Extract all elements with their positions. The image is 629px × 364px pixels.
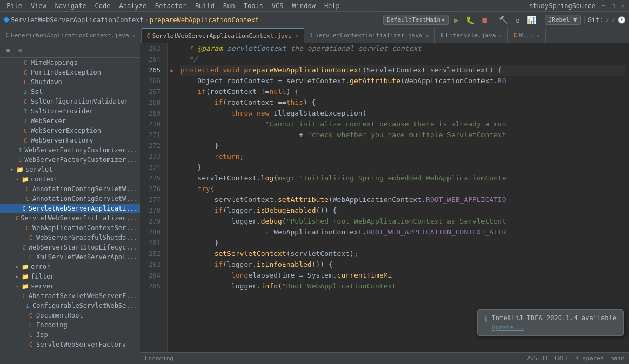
tree-item-abstract-servlet[interactable]: C AbstractServletWebServerF... xyxy=(0,291,140,301)
tree-item-filter-folder[interactable]: ▶ 📁 filter xyxy=(0,272,140,281)
tab-servlet-web-app-context[interactable]: C ServletWebServerApplicationContext.jav… xyxy=(142,28,304,43)
breadcrumb-method[interactable]: prepareWebApplicationContext xyxy=(150,16,259,24)
tree-label-shutdown: Shutdown xyxy=(31,78,62,86)
menu-build[interactable]: Build xyxy=(191,1,219,11)
class-icon-doc-root: C xyxy=(27,312,35,319)
tab-generic-web-app-context[interactable]: C GenericWebApplicationContext.java ✕ xyxy=(0,28,142,43)
run-button[interactable]: ▶ xyxy=(451,14,463,26)
tree-item-ssl-config[interactable]: C SslConfigurationValidator xyxy=(0,97,140,106)
tree-item-servlet-folder[interactable]: ▾ 📁 servlet xyxy=(0,165,140,174)
jrebel-button[interactable]: JRebel ▼ xyxy=(545,15,581,25)
tab-servlet-context-initializer[interactable]: I ServletContextInitializer.java ✕ xyxy=(304,28,435,43)
menu-view[interactable]: View xyxy=(26,1,51,11)
tab-close-init[interactable]: ✕ xyxy=(426,32,429,38)
maximize-button[interactable]: □ xyxy=(610,2,617,10)
tree-item-anno-config2[interactable]: C AnnotationConfigServletW... xyxy=(0,194,140,204)
tree-item-servlet-init[interactable]: C ServletWebServerInitializer... xyxy=(0,213,140,223)
tree-item-servlet-factory[interactable]: C ServletWebServerFactory xyxy=(0,340,140,349)
tree-item-ws-exception[interactable]: C WebServerException xyxy=(0,126,140,136)
tree-item-webserver[interactable]: I WebServer xyxy=(0,116,140,126)
close-button[interactable]: ✕ xyxy=(619,2,627,10)
run-config-dropdown[interactable]: DefaultTestMain ▼ xyxy=(383,15,449,25)
tab-w[interactable]: C W... ✕ xyxy=(508,28,546,43)
reload-button[interactable]: ↺ xyxy=(512,14,524,26)
sidebar-settings-btn[interactable]: ⚙ xyxy=(15,45,25,55)
code-line-263: * @param servletContext the operational … xyxy=(180,43,625,54)
code-comment-264: */ xyxy=(180,54,197,65)
tree-item-start-stop[interactable]: C WebServerStartStopLifecyc... xyxy=(0,242,140,252)
profile-button[interactable]: 📊 xyxy=(526,14,538,26)
gutter-267 xyxy=(168,86,176,97)
git-check2[interactable]: ✓ xyxy=(612,16,615,24)
tree-item-context-folder[interactable]: ▾ 📁 context xyxy=(0,174,140,184)
tree-item-ssl-store[interactable]: I SslStoreProvider xyxy=(0,106,140,116)
menu-code[interactable]: Code xyxy=(91,1,115,11)
tree-item-graceful-shutdown[interactable]: C WebServerGracefulShutdo... xyxy=(0,233,140,242)
gutter-274 xyxy=(168,162,176,173)
menu-run[interactable]: Run xyxy=(219,1,239,11)
menu-help[interactable]: Help xyxy=(320,1,344,11)
tree-item-xml-servlet[interactable]: C XmlServletWebServerAppl... xyxy=(0,252,140,262)
stop-button[interactable]: ■ xyxy=(479,14,491,26)
status-indent[interactable]: 4 spaces xyxy=(576,355,604,362)
tree-item-config-servlet[interactable]: I ConfigurableServletWebSe... xyxy=(0,301,140,311)
status-encoding[interactable]: Encoding xyxy=(145,355,173,362)
tree-item-error-folder[interactable]: ▶ 📁 error xyxy=(0,262,140,272)
sidebar-close-btn[interactable]: ─ xyxy=(27,45,37,55)
build-button[interactable]: 🔨 xyxy=(498,14,510,26)
status-line-col[interactable]: 265:31 xyxy=(526,355,548,362)
tree-item-wsfactory-cust2[interactable]: C WebServerFactoryCustomizer... xyxy=(0,155,140,165)
line-num-267: 267 xyxy=(140,86,164,97)
git-info: Git: ✓ ✓ 🕐 xyxy=(588,16,626,24)
tree-item-ssl[interactable]: I Ssl xyxy=(0,87,140,97)
tree-item-jsp[interactable]: C Jsp xyxy=(0,330,140,340)
tab-close-w[interactable]: ✕ xyxy=(537,32,540,38)
tree-item-ws-factory[interactable]: C WebServerFactory xyxy=(0,136,140,145)
tree-item-wsfactory-cust1[interactable]: I WebServerFactoryCustomizer... xyxy=(0,145,140,155)
tree-item-web-app-ctx[interactable]: C WebApplicationContextSer... xyxy=(0,223,140,233)
line-num-285: 285 xyxy=(140,281,164,292)
tabs-bar: C GenericWebApplicationContext.java ✕ C … xyxy=(0,28,629,43)
status-git[interactable]: main xyxy=(611,355,625,362)
tree-item-shutdown[interactable]: E Shutdown xyxy=(0,77,140,87)
tab-close-generic[interactable]: ✕ xyxy=(132,32,136,38)
menu-refactor[interactable]: Refactor xyxy=(151,1,191,11)
menu-navigate[interactable]: Navigate xyxy=(51,1,91,11)
tab-close-servlet[interactable]: ✕ xyxy=(295,33,298,39)
folder-icon-filter: 📁 xyxy=(22,273,29,280)
sidebar: ≡ ⚙ ─ C MimeMappings C PortInUseExceptio… xyxy=(0,43,140,364)
git-check1[interactable]: ✓ xyxy=(606,16,610,24)
tree-label-ws-exception: WebServerException xyxy=(31,127,101,134)
tree-label-start-stop: WebServerStartStopLifecyc... xyxy=(29,244,138,251)
enum-icon-shutdown: E xyxy=(22,79,29,86)
tree-item-encoding[interactable]: C Encoding xyxy=(0,320,140,330)
menu-analyze[interactable]: Analyze xyxy=(115,1,151,11)
minimize-button[interactable]: ─ xyxy=(600,2,607,10)
tree-label-wsfact-cust2: WebServerFactoryCustomizer... xyxy=(24,156,138,164)
breakpoint-mark-265[interactable]: ◆ xyxy=(170,68,173,73)
menu-vcs[interactable]: VCS xyxy=(267,1,288,11)
notification-update-link[interactable]: Update... xyxy=(492,324,524,331)
tree-item-mime-mappings[interactable]: C MimeMappings xyxy=(0,58,140,68)
tree-item-servlet-web-app[interactable]: C ServletWebServerApplicati... xyxy=(0,204,140,213)
tree-item-anno-config1[interactable]: C AnnotationConfigServletW... xyxy=(0,184,140,194)
sidebar-collapse-btn[interactable]: ≡ xyxy=(3,45,13,55)
tab-icon-generic: C xyxy=(5,32,9,38)
code-view[interactable]: * @param servletContext the operational … xyxy=(176,43,629,352)
breadcrumb-class[interactable]: ServletWebServerApplicationContext xyxy=(11,16,144,24)
menu-window[interactable]: Window xyxy=(288,1,320,11)
status-crlf[interactable]: CRLF xyxy=(554,355,569,362)
tab-close-lifecycle[interactable]: ✕ xyxy=(499,32,502,38)
debug-button[interactable]: 🐛 xyxy=(465,14,477,26)
tree-item-port-exception[interactable]: C PortInUseException xyxy=(0,68,140,77)
code-line-266: Object rootContext = servletContext.getA… xyxy=(180,76,625,86)
menu-tools[interactable]: Tools xyxy=(239,1,267,11)
tab-label-lifecycle: Lifecycle.java xyxy=(446,32,496,39)
menubar: File View Navigate Code Analyze Refactor… xyxy=(0,0,629,12)
tree-label-webserver: WebServer xyxy=(31,117,66,125)
menu-file[interactable]: File xyxy=(2,1,26,11)
tree-item-server-folder[interactable]: ▾ 📁 server xyxy=(0,281,140,291)
gutter-280 xyxy=(168,227,176,238)
tree-item-doc-root[interactable]: C DocumentRoot xyxy=(0,311,140,320)
tab-lifecycle[interactable]: I Lifecycle.java ✕ xyxy=(435,28,508,43)
